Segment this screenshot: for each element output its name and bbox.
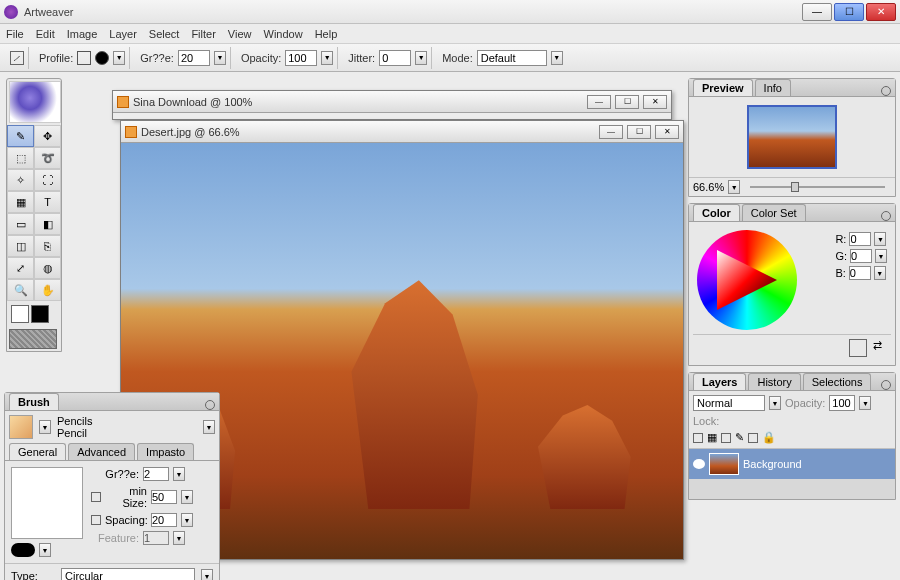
blend-mode-dropdown[interactable]: ▼	[769, 396, 781, 410]
layer-row[interactable]: Background	[689, 449, 895, 479]
subtab-impasto[interactable]: Impasto	[137, 443, 194, 460]
brush-tool[interactable]: ✎	[7, 125, 34, 147]
opacity-input[interactable]	[285, 50, 317, 66]
brush-tip-icon[interactable]	[9, 415, 33, 439]
tab-layers[interactable]: Layers	[693, 373, 746, 390]
minsize-dropdown[interactable]: ▼	[181, 490, 193, 504]
r-dropdown[interactable]: ▼	[874, 232, 886, 246]
type-dropdown[interactable]: ▼	[201, 569, 213, 580]
size-input[interactable]	[178, 50, 210, 66]
color-wheel[interactable]	[697, 230, 797, 330]
crop-tool[interactable]: ⛶	[34, 169, 61, 191]
subtab-general[interactable]: General	[9, 443, 66, 460]
eyedropper-tool[interactable]: ⤢	[7, 257, 34, 279]
tab-selections[interactable]: Selections	[803, 373, 872, 390]
tab-color-set[interactable]: Color Set	[742, 204, 806, 221]
foreground-color-swatch[interactable]	[11, 305, 29, 323]
mode-select[interactable]: Default	[477, 50, 547, 66]
perspective-tool[interactable]: ▦	[7, 191, 34, 213]
tab-history[interactable]: History	[748, 373, 800, 390]
tab-info[interactable]: Info	[755, 79, 791, 96]
menu-image[interactable]: Image	[67, 28, 98, 40]
profile-round-icon[interactable]	[95, 51, 109, 65]
profile-square-icon[interactable]	[77, 51, 91, 65]
spacing-dropdown[interactable]: ▼	[181, 513, 193, 527]
shape-tool[interactable]: ▭	[7, 213, 34, 235]
brush-preset-dropdown[interactable]: ▼	[203, 420, 215, 434]
menu-view[interactable]: View	[228, 28, 252, 40]
tab-brush[interactable]: Brush	[9, 393, 59, 410]
marquee-tool[interactable]: ⬚	[7, 147, 34, 169]
spacing-checkbox[interactable]	[91, 515, 101, 525]
zoom-slider[interactable]	[750, 186, 885, 188]
bucket-tool[interactable]: ◍	[34, 257, 61, 279]
b-input[interactable]	[849, 266, 871, 280]
panel-menu-icon[interactable]	[205, 400, 215, 410]
texture-swatch[interactable]	[9, 329, 57, 349]
close-button[interactable]: ✕	[866, 3, 896, 21]
jitter-input[interactable]	[379, 50, 411, 66]
menu-filter[interactable]: Filter	[191, 28, 215, 40]
b-dropdown[interactable]: ▼	[874, 266, 886, 280]
profile-dropdown[interactable]: ▼	[113, 51, 125, 65]
doc-close-button[interactable]: ✕	[643, 95, 667, 109]
doc-close-button[interactable]: ✕	[655, 125, 679, 139]
layer-opacity-dropdown[interactable]: ▼	[859, 396, 871, 410]
subtab-advanced[interactable]: Advanced	[68, 443, 135, 460]
menu-select[interactable]: Select	[149, 28, 180, 40]
swap-colors-icon[interactable]: ⇄	[873, 339, 887, 353]
menu-edit[interactable]: Edit	[36, 28, 55, 40]
preview-thumbnail[interactable]	[747, 105, 837, 169]
zoom-dropdown[interactable]: ▼	[728, 180, 740, 194]
eraser-tool[interactable]: ◫	[7, 235, 34, 257]
brush-shape-indicator[interactable]	[11, 543, 35, 557]
brush-preset-icon[interactable]: ⟋	[10, 51, 24, 65]
lock-all-checkbox[interactable]	[748, 433, 758, 443]
lasso-tool[interactable]: ➰	[34, 147, 61, 169]
panel-menu-icon[interactable]	[881, 380, 891, 390]
menu-help[interactable]: Help	[315, 28, 338, 40]
maximize-button[interactable]: ☐	[834, 3, 864, 21]
lock-transparency-checkbox[interactable]	[693, 433, 703, 443]
doc-maximize-button[interactable]: ☐	[627, 125, 651, 139]
panel-menu-icon[interactable]	[881, 86, 891, 96]
tab-color[interactable]: Color	[693, 204, 740, 221]
hand-tool[interactable]: ✋	[34, 279, 61, 301]
spacing-input[interactable]	[151, 513, 177, 527]
doc-maximize-button[interactable]: ☐	[615, 95, 639, 109]
menu-layer[interactable]: Layer	[109, 28, 137, 40]
zoom-tool[interactable]: 🔍	[7, 279, 34, 301]
gradient-tool[interactable]: ◧	[34, 213, 61, 235]
brush-size-dropdown[interactable]: ▼	[173, 467, 185, 481]
current-color-swatch[interactable]	[849, 339, 867, 357]
type-select[interactable]: Circular	[61, 568, 195, 580]
lock-pixels-checkbox[interactable]	[721, 433, 731, 443]
blend-mode-select[interactable]: Normal	[693, 395, 765, 411]
layer-opacity-input[interactable]	[829, 395, 855, 411]
menu-file[interactable]: File	[6, 28, 24, 40]
panel-menu-icon[interactable]	[881, 211, 891, 221]
text-tool[interactable]: T	[34, 191, 61, 213]
opacity-dropdown[interactable]: ▼	[321, 51, 333, 65]
r-input[interactable]	[849, 232, 871, 246]
wand-tool[interactable]: ✧	[7, 169, 34, 191]
document-window-back[interactable]: Sina Download @ 100% — ☐ ✕	[112, 90, 672, 120]
brush-tip-dropdown[interactable]: ▼	[39, 420, 51, 434]
minsize-checkbox[interactable]	[91, 492, 101, 502]
brush-shape-dropdown[interactable]: ▼	[39, 543, 51, 557]
minimize-button[interactable]: —	[802, 3, 832, 21]
mode-dropdown[interactable]: ▼	[551, 51, 563, 65]
g-input[interactable]	[850, 249, 872, 263]
g-dropdown[interactable]: ▼	[875, 249, 887, 263]
background-color-swatch[interactable]	[31, 305, 49, 323]
jitter-dropdown[interactable]: ▼	[415, 51, 427, 65]
visibility-icon[interactable]	[693, 459, 705, 469]
feature-dropdown[interactable]: ▼	[173, 531, 185, 545]
menu-window[interactable]: Window	[264, 28, 303, 40]
doc-minimize-button[interactable]: —	[599, 125, 623, 139]
minsize-input[interactable]	[151, 490, 177, 504]
brush-size-input[interactable]	[143, 467, 169, 481]
tab-preview[interactable]: Preview	[693, 79, 753, 96]
move-tool[interactable]: ✥	[34, 125, 61, 147]
doc-minimize-button[interactable]: —	[587, 95, 611, 109]
